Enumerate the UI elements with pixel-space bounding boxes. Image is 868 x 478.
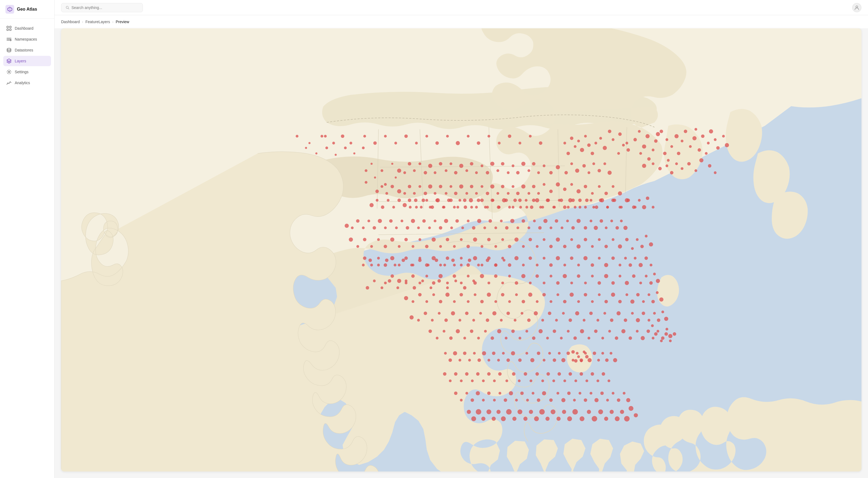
svg-point-24 (674, 134, 679, 138)
sidebar: Geo Atlas Dashboard Namespaces (0, 0, 55, 478)
svg-point-296 (404, 238, 408, 241)
svg-point-663 (587, 410, 591, 414)
map-container[interactable] (61, 28, 862, 472)
svg-point-426 (432, 293, 435, 296)
svg-point-701 (353, 152, 355, 155)
svg-point-56 (574, 145, 577, 148)
logo-icon (5, 5, 14, 13)
svg-point-287 (466, 245, 470, 248)
svg-point-26 (684, 130, 687, 133)
svg-point-496 (511, 330, 515, 333)
svg-point-728 (518, 199, 522, 202)
svg-point-564 (518, 358, 522, 362)
search-input[interactable] (71, 5, 138, 10)
svg-point-64 (675, 162, 678, 165)
svg-point-631 (557, 392, 559, 395)
sidebar-item-analytics[interactable]: Analytics (3, 78, 51, 88)
svg-point-488 (567, 330, 570, 333)
svg-point-137 (465, 192, 468, 195)
svg-point-579 (593, 352, 596, 355)
sidebar-item-namespaces[interactable]: Namespaces (3, 34, 51, 44)
svg-point-717 (613, 199, 616, 202)
layers-icon (6, 59, 11, 64)
svg-point-504 (456, 329, 460, 333)
svg-point-558 (397, 286, 399, 289)
svg-point-178 (525, 199, 527, 202)
svg-point-48 (603, 146, 607, 150)
app-logo[interactable]: Geo Atlas (0, 0, 54, 19)
svg-point-120 (618, 191, 622, 195)
svg-point-690 (476, 409, 481, 414)
svg-point-598 (444, 352, 447, 354)
svg-point-231 (494, 226, 497, 229)
svg-point-200 (403, 203, 407, 207)
svg-point-697 (315, 152, 317, 155)
sidebar-item-dashboard[interactable]: Dashboard (3, 23, 51, 34)
svg-point-101 (445, 169, 447, 172)
svg-rect-2 (7, 29, 8, 31)
svg-point-733 (484, 206, 487, 209)
svg-point-660 (454, 391, 458, 395)
svg-point-124 (532, 185, 535, 188)
svg-point-595 (458, 359, 461, 362)
svg-point-152 (385, 192, 388, 195)
svg-point-418 (487, 293, 491, 297)
breadcrumb-dashboard[interactable]: Dashboard (61, 20, 80, 24)
svg-point-492 (538, 329, 543, 333)
svg-point-317 (577, 264, 580, 266)
svg-point-344 (390, 256, 394, 260)
svg-point-233 (483, 226, 486, 229)
svg-point-234 (477, 219, 481, 223)
svg-point-382 (438, 274, 442, 278)
svg-rect-0 (7, 26, 8, 28)
svg-point-474 (641, 336, 645, 340)
breadcrumb-featurelayers[interactable]: FeatureLayers (85, 20, 110, 24)
svg-point-433 (631, 312, 634, 315)
sidebar-item-datastores[interactable]: Datastores (3, 45, 51, 55)
sidebar-item-layers[interactable]: Layers (3, 56, 51, 66)
svg-point-453 (527, 318, 531, 322)
svg-point-214 (616, 226, 619, 230)
svg-point-385 (418, 282, 421, 284)
user-avatar[interactable] (852, 3, 862, 12)
svg-point-401 (604, 300, 608, 303)
svg-point-751 (571, 350, 575, 354)
svg-point-753 (583, 350, 586, 353)
svg-point-97 (465, 169, 468, 172)
svg-point-607 (547, 372, 550, 376)
svg-point-462 (465, 312, 468, 315)
content-area: Dashboard › FeatureLayers › Preview (55, 15, 868, 478)
svg-point-484 (594, 330, 598, 333)
svg-point-672 (634, 413, 638, 417)
svg-point-260 (563, 245, 567, 248)
svg-point-593 (468, 359, 471, 362)
svg-point-277 (536, 245, 538, 248)
svg-point-159 (646, 196, 649, 200)
svg-point-748 (669, 339, 672, 342)
sidebar-item-settings[interactable]: Settings (3, 67, 51, 77)
svg-point-46 (608, 130, 611, 133)
svg-point-116 (591, 192, 594, 195)
svg-point-698 (325, 146, 328, 149)
svg-point-565 (526, 352, 528, 354)
svg-point-637 (590, 392, 592, 395)
svg-point-414 (515, 293, 518, 296)
svg-point-50 (591, 152, 594, 155)
svg-point-693 (296, 135, 298, 138)
svg-point-74 (575, 169, 579, 173)
svg-point-509 (363, 135, 366, 138)
svg-point-131 (497, 192, 499, 195)
svg-point-54 (580, 148, 584, 152)
svg-point-332 (473, 256, 477, 260)
svg-point-271 (636, 238, 639, 241)
svg-point-393 (626, 293, 628, 296)
svg-point-35 (698, 148, 701, 152)
search-box[interactable] (61, 3, 143, 12)
svg-point-638 (594, 398, 598, 402)
svg-point-724 (546, 199, 549, 202)
svg-point-449 (555, 319, 558, 322)
svg-point-444 (589, 312, 593, 315)
svg-point-324 (528, 257, 532, 260)
svg-point-457 (500, 319, 503, 322)
svg-point-150 (397, 189, 401, 193)
